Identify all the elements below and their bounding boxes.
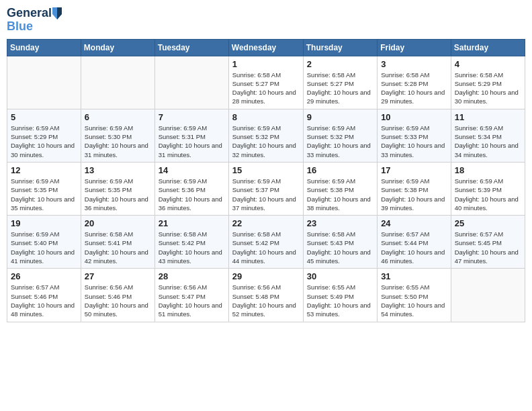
day-number: 19 [11,218,77,228]
day-number: 9 [307,112,373,122]
day-detail: Sunrise: 6:59 AM Sunset: 5:34 PM Dayligh… [455,124,521,159]
day-detail: Sunrise: 6:59 AM Sunset: 5:38 PM Dayligh… [307,177,373,212]
day-number: 23 [307,218,373,228]
logo-text-general: General [7,7,52,20]
day-detail: Sunrise: 6:59 AM Sunset: 5:32 PM Dayligh… [232,124,300,159]
calendar-cell: 1Sunrise: 6:58 AM Sunset: 5:27 PM Daylig… [228,56,303,109]
day-number: 4 [455,59,521,69]
day-detail: Sunrise: 6:55 AM Sunset: 5:50 PM Dayligh… [381,283,447,318]
day-detail: Sunrise: 6:57 AM Sunset: 5:45 PM Dayligh… [455,230,521,265]
day-number: 22 [232,218,300,228]
calendar-cell: 5Sunrise: 6:59 AM Sunset: 5:29 PM Daylig… [7,109,81,162]
day-detail: Sunrise: 6:59 AM Sunset: 5:30 PM Dayligh… [85,124,151,159]
day-detail: Sunrise: 6:59 AM Sunset: 5:35 PM Dayligh… [11,177,77,212]
calendar-cell [7,56,81,109]
calendar-week-row: 19Sunrise: 6:59 AM Sunset: 5:40 PM Dayli… [7,216,525,269]
day-detail: Sunrise: 6:59 AM Sunset: 5:35 PM Dayligh… [85,177,151,212]
calendar-cell: 15Sunrise: 6:59 AM Sunset: 5:37 PM Dayli… [228,162,303,215]
day-of-week-header: Friday [378,39,451,56]
day-number: 30 [307,271,373,281]
day-detail: Sunrise: 6:56 AM Sunset: 5:47 PM Dayligh… [159,283,225,318]
day-of-week-header: Sunday [7,39,81,56]
day-detail: Sunrise: 6:57 AM Sunset: 5:44 PM Dayligh… [381,230,447,265]
day-number: 14 [159,165,225,175]
day-of-week-header: Saturday [451,39,525,56]
day-number: 29 [232,271,300,281]
day-detail: Sunrise: 6:59 AM Sunset: 5:36 PM Dayligh… [159,177,225,212]
day-number: 31 [381,271,447,281]
day-detail: Sunrise: 6:55 AM Sunset: 5:49 PM Dayligh… [307,283,373,318]
calendar-cell: 14Sunrise: 6:59 AM Sunset: 5:36 PM Dayli… [154,162,228,215]
calendar-cell: 26Sunrise: 6:57 AM Sunset: 5:46 PM Dayli… [7,269,81,322]
calendar-cell: 11Sunrise: 6:59 AM Sunset: 5:34 PM Dayli… [451,109,525,162]
day-detail: Sunrise: 6:57 AM Sunset: 5:46 PM Dayligh… [11,283,77,318]
calendar-cell [451,269,525,322]
day-detail: Sunrise: 6:59 AM Sunset: 5:38 PM Dayligh… [381,177,447,212]
page-header: General Blue [7,7,525,34]
calendar-week-row: 1Sunrise: 6:58 AM Sunset: 5:27 PM Daylig… [7,56,525,109]
day-number: 28 [159,271,225,281]
calendar-cell: 16Sunrise: 6:59 AM Sunset: 5:38 PM Dayli… [303,162,377,215]
day-number: 7 [159,112,225,122]
day-detail: Sunrise: 6:58 AM Sunset: 5:28 PM Dayligh… [381,71,447,106]
day-of-week-header: Monday [81,39,154,56]
day-number: 2 [307,59,373,69]
calendar-cell: 2Sunrise: 6:58 AM Sunset: 5:27 PM Daylig… [303,56,377,109]
svg-marker-1 [57,7,62,19]
calendar-cell: 10Sunrise: 6:59 AM Sunset: 5:33 PM Dayli… [378,109,451,162]
day-detail: Sunrise: 6:58 AM Sunset: 5:27 PM Dayligh… [232,71,300,106]
calendar-cell: 29Sunrise: 6:56 AM Sunset: 5:48 PM Dayli… [228,269,303,322]
calendar-week-row: 12Sunrise: 6:59 AM Sunset: 5:35 PM Dayli… [7,162,525,215]
day-number: 18 [455,165,521,175]
logo-text-blue: Blue [7,20,62,34]
day-number: 17 [381,165,447,175]
day-detail: Sunrise: 6:58 AM Sunset: 5:42 PM Dayligh… [232,230,300,265]
day-number: 1 [232,59,300,69]
day-number: 20 [85,218,151,228]
calendar-cell: 6Sunrise: 6:59 AM Sunset: 5:30 PM Daylig… [81,109,154,162]
day-detail: Sunrise: 6:59 AM Sunset: 5:31 PM Dayligh… [159,124,225,159]
calendar-table: SundayMondayTuesdayWednesdayThursdayFrid… [7,39,525,322]
calendar-cell [154,56,228,109]
day-detail: Sunrise: 6:58 AM Sunset: 5:42 PM Dayligh… [159,230,225,265]
calendar-cell [81,56,154,109]
day-number: 11 [455,112,521,122]
calendar-cell: 20Sunrise: 6:58 AM Sunset: 5:41 PM Dayli… [81,216,154,269]
calendar-cell: 3Sunrise: 6:58 AM Sunset: 5:28 PM Daylig… [378,56,451,109]
day-detail: Sunrise: 6:59 AM Sunset: 5:29 PM Dayligh… [11,124,77,159]
day-number: 15 [232,165,300,175]
day-number: 13 [85,165,151,175]
day-number: 25 [455,218,521,228]
day-of-week-header: Thursday [303,39,377,56]
logo: General Blue [7,7,62,34]
day-detail: Sunrise: 6:58 AM Sunset: 5:43 PM Dayligh… [307,230,373,265]
day-number: 21 [159,218,225,228]
calendar-cell: 22Sunrise: 6:58 AM Sunset: 5:42 PM Dayli… [228,216,303,269]
calendar-cell: 28Sunrise: 6:56 AM Sunset: 5:47 PM Dayli… [154,269,228,322]
day-detail: Sunrise: 6:56 AM Sunset: 5:48 PM Dayligh… [232,283,300,318]
day-number: 8 [232,112,300,122]
logo-icon [52,7,62,19]
calendar-week-row: 26Sunrise: 6:57 AM Sunset: 5:46 PM Dayli… [7,269,525,322]
calendar-header-row: SundayMondayTuesdayWednesdayThursdayFrid… [7,39,525,56]
day-detail: Sunrise: 6:58 AM Sunset: 5:41 PM Dayligh… [85,230,151,265]
day-number: 16 [307,165,373,175]
calendar-cell: 31Sunrise: 6:55 AM Sunset: 5:50 PM Dayli… [378,269,451,322]
day-detail: Sunrise: 6:59 AM Sunset: 5:39 PM Dayligh… [455,177,521,212]
calendar-week-row: 5Sunrise: 6:59 AM Sunset: 5:29 PM Daylig… [7,109,525,162]
calendar-cell: 19Sunrise: 6:59 AM Sunset: 5:40 PM Dayli… [7,216,81,269]
day-number: 27 [85,271,151,281]
day-detail: Sunrise: 6:59 AM Sunset: 5:40 PM Dayligh… [11,230,77,265]
day-detail: Sunrise: 6:59 AM Sunset: 5:37 PM Dayligh… [232,177,300,212]
day-number: 6 [85,112,151,122]
calendar-cell: 4Sunrise: 6:58 AM Sunset: 5:29 PM Daylig… [451,56,525,109]
calendar-cell: 21Sunrise: 6:58 AM Sunset: 5:42 PM Dayli… [154,216,228,269]
calendar-cell: 18Sunrise: 6:59 AM Sunset: 5:39 PM Dayli… [451,162,525,215]
day-detail: Sunrise: 6:56 AM Sunset: 5:46 PM Dayligh… [85,283,151,318]
calendar-cell: 27Sunrise: 6:56 AM Sunset: 5:46 PM Dayli… [81,269,154,322]
calendar-cell: 25Sunrise: 6:57 AM Sunset: 5:45 PM Dayli… [451,216,525,269]
day-detail: Sunrise: 6:59 AM Sunset: 5:32 PM Dayligh… [307,124,373,159]
calendar-cell: 8Sunrise: 6:59 AM Sunset: 5:32 PM Daylig… [228,109,303,162]
day-number: 12 [11,165,77,175]
calendar-cell: 23Sunrise: 6:58 AM Sunset: 5:43 PM Dayli… [303,216,377,269]
